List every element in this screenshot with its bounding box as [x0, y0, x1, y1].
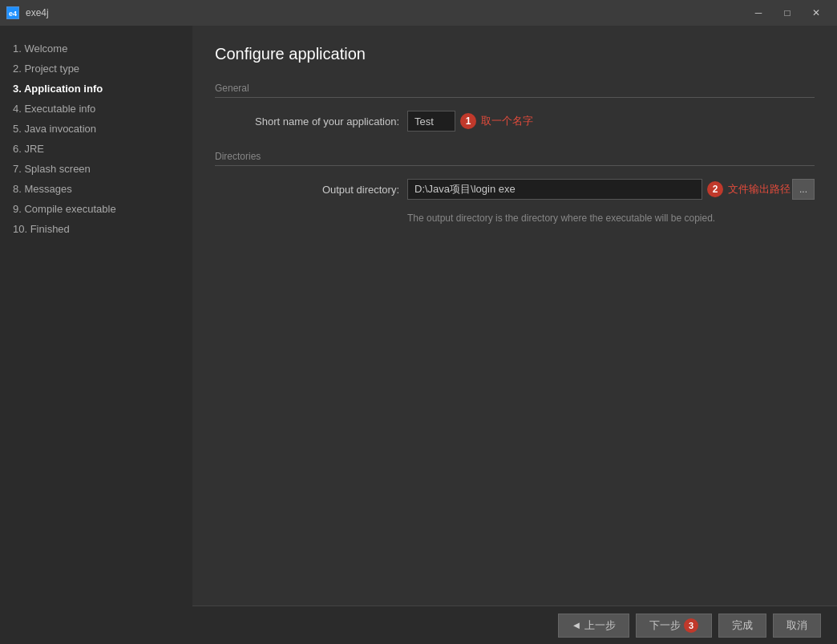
sidebar-item-compile-executable[interactable]: 9. Compile executable: [0, 199, 192, 219]
window-controls: ─ □ ✕: [744, 0, 831, 26]
output-dir-input[interactable]: [407, 179, 702, 200]
svg-text:e4: e4: [9, 10, 17, 18]
restore-button[interactable]: □: [773, 0, 802, 26]
sidebar-item-messages[interactable]: 8. Messages: [0, 179, 192, 199]
annotation-badge-1: 1: [460, 113, 476, 129]
short-name-input[interactable]: [407, 111, 455, 132]
annotation-badge-2: 2: [707, 181, 723, 197]
titlebar: e4 exe4j ─ □ ✕: [0, 0, 837, 26]
next-button-badge: 3: [684, 618, 698, 633]
directories-section-label: Directories: [215, 151, 815, 166]
close-button[interactable]: ✕: [802, 0, 831, 26]
next-button[interactable]: 下一步 3: [636, 614, 712, 638]
app-icon: e4: [6, 6, 19, 19]
sidebar-item-welcome[interactable]: 1. Welcome: [0, 38, 192, 59]
sidebar: 1. Welcome2. Project type3. Application …: [0, 26, 192, 644]
sidebar-item-executable-info[interactable]: 4. Executable info: [0, 99, 192, 119]
short-name-annotation-text: 取一个名字: [481, 114, 533, 128]
short-name-label: Short name of your application:: [231, 115, 407, 128]
output-dir-row: Output directory: 2 文件输出路径 ...: [231, 179, 815, 200]
sidebar-item-application-info[interactable]: 3. Application info: [0, 79, 192, 99]
output-dir-annotation-text: 文件输出路径: [728, 182, 790, 196]
short-name-input-wrapper: 1 取一个名字: [407, 111, 815, 132]
output-dir-hint: The output directory is the directory wh…: [407, 213, 815, 224]
page-title: Configure application: [215, 45, 815, 63]
cancel-button[interactable]: 取消: [773, 614, 821, 638]
minimize-button[interactable]: ─: [744, 0, 773, 26]
sidebar-item-splash-screen[interactable]: 7. Splash screen: [0, 159, 192, 179]
short-name-row: Short name of your application: 1 取一个名字: [231, 111, 815, 132]
browse-button[interactable]: ...: [792, 179, 815, 200]
main-layout: 1. Welcome2. Project type3. Application …: [0, 26, 837, 644]
next-button-label: 下一步: [649, 618, 681, 633]
sidebar-item-project-type[interactable]: 2. Project type: [0, 59, 192, 79]
footer: ◄ 上一步 下一步 3 完成 取消: [192, 606, 837, 644]
output-dir-input-wrapper: 2 文件输出路径 ...: [407, 179, 815, 200]
content-area: Configure application General Short name…: [192, 26, 837, 644]
general-section-label: General: [215, 83, 815, 98]
sidebar-item-java-invocation[interactable]: 5. Java invocation: [0, 119, 192, 139]
sidebar-item-finished[interactable]: 10. Finished: [0, 219, 192, 239]
sidebar-item-jre[interactable]: 6. JRE: [0, 139, 192, 159]
content-body: Configure application General Short name…: [192, 26, 837, 606]
output-dir-label: Output directory:: [231, 184, 407, 196]
window-title: exe4j: [26, 7, 744, 18]
finish-button[interactable]: 完成: [718, 614, 766, 638]
prev-button[interactable]: ◄ 上一步: [558, 614, 629, 638]
